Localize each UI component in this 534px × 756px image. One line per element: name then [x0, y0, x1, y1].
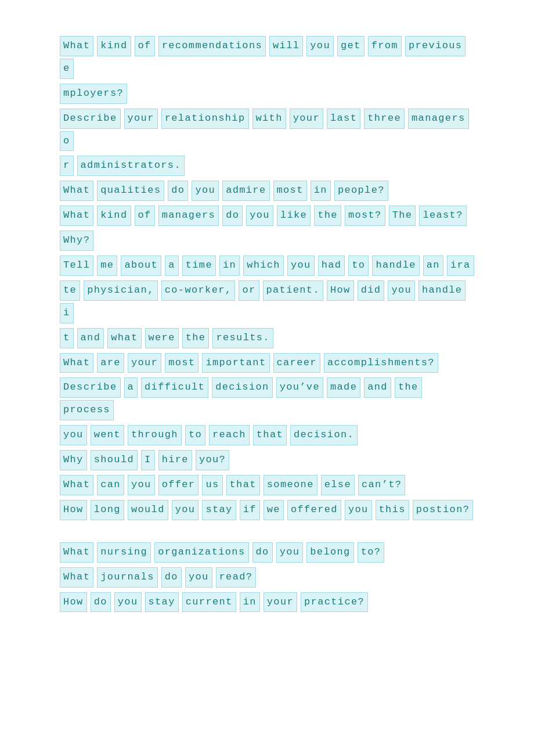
- word: were: [145, 328, 179, 348]
- word: managers: [158, 206, 219, 226]
- word: that: [253, 425, 287, 445]
- word: from: [368, 36, 402, 56]
- word: reach: [209, 425, 250, 445]
- word: you: [114, 592, 142, 613]
- word: How: [60, 592, 87, 613]
- word: a: [124, 377, 138, 398]
- question-4: Whatkindofmanagersdoyoulikethemost?Thele…: [58, 204, 476, 227]
- word: and: [77, 328, 104, 348]
- word: results.: [212, 328, 273, 348]
- word: Describe: [60, 109, 121, 129]
- word: managers: [408, 109, 469, 129]
- word: difficult: [141, 377, 208, 398]
- word: physician,: [84, 280, 158, 301]
- question-10: Howlongwouldyoustayifweofferedyouthispos…: [58, 499, 476, 521]
- word: you: [128, 475, 155, 495]
- word: relationship: [161, 109, 249, 129]
- word: that: [226, 475, 260, 495]
- word: time: [182, 255, 216, 276]
- word: like: [277, 206, 311, 226]
- word: if: [240, 500, 260, 520]
- word: would: [128, 500, 168, 520]
- word: current: [182, 592, 236, 613]
- word: patient.: [263, 280, 324, 301]
- word: admire: [222, 181, 269, 201]
- word: made: [327, 377, 360, 398]
- word: hire: [158, 450, 192, 470]
- word: are: [97, 353, 124, 373]
- word: What: [60, 36, 93, 56]
- word: you’ve: [276, 377, 323, 398]
- main-content: Whatkindofrecommendationswillyougetfromp…: [58, 35, 476, 613]
- word: journals: [97, 567, 158, 588]
- word: you: [287, 255, 315, 276]
- word: you: [276, 542, 304, 563]
- word: How: [60, 500, 87, 520]
- word: offered: [287, 500, 341, 520]
- word: te: [60, 280, 80, 301]
- question-3: Whatqualitiesdoyouadmiremostinpeople?: [58, 179, 476, 202]
- word: Tell: [60, 255, 93, 276]
- word: did: [358, 280, 385, 301]
- word: Describe: [60, 377, 121, 398]
- word: had: [318, 255, 345, 276]
- word: kind: [97, 206, 131, 226]
- word: offer: [158, 475, 199, 495]
- word: in: [219, 255, 240, 276]
- question-7: Describeadifficultdecisionyou’vemadeandt…: [58, 376, 476, 422]
- word: do: [168, 181, 188, 201]
- question-2: Describeyourrelationshipwithyourlastthre…: [58, 107, 476, 153]
- word: What: [60, 567, 93, 588]
- word: read?: [216, 567, 257, 588]
- word: you: [345, 500, 372, 520]
- word: co-worker,: [161, 280, 236, 301]
- word: practice?: [301, 592, 368, 613]
- word: i: [60, 303, 74, 323]
- word: and: [364, 377, 391, 398]
- word: what: [107, 328, 141, 348]
- word: you: [185, 567, 212, 588]
- word: mployers?: [60, 84, 127, 104]
- word: What: [60, 542, 93, 563]
- question-13: Howdoyoustaycurrentinyourpractice?: [58, 591, 476, 614]
- question-5: Tellmeaboutatimeinwhichyouhadtohandleani…: [58, 254, 476, 277]
- word: important: [202, 353, 269, 373]
- word: your: [264, 592, 297, 613]
- word: this: [376, 500, 409, 520]
- word: a: [165, 255, 179, 276]
- word: you?: [196, 450, 229, 470]
- word: handle: [372, 255, 419, 276]
- question-7-cont: youwentthroughtoreachthatdecision.: [58, 424, 476, 447]
- word: postion?: [413, 500, 474, 520]
- word: Why: [60, 450, 87, 470]
- word: long: [91, 500, 124, 520]
- word: your: [124, 109, 158, 129]
- word: do: [252, 542, 273, 563]
- word: qualities: [97, 181, 164, 201]
- word: most: [165, 353, 199, 373]
- word: How: [327, 280, 354, 301]
- question-11: Whatnursingorganizationsdoyoubelongto?: [58, 541, 476, 564]
- word: you: [172, 500, 199, 520]
- word: t: [60, 328, 74, 348]
- question-5-cont1: tephysician,co-worker,orpatient.Howdidyo…: [58, 279, 476, 325]
- word: belong: [306, 542, 353, 563]
- word: Why?: [60, 231, 93, 251]
- word: decision.: [290, 425, 358, 445]
- word: in: [240, 592, 260, 613]
- word: to: [348, 255, 369, 276]
- word: which: [243, 255, 284, 276]
- word: What: [60, 475, 93, 495]
- word: you: [246, 206, 273, 226]
- word: get: [337, 36, 365, 56]
- word: or: [239, 280, 259, 301]
- question-8: WhyshouldIhireyou?: [58, 449, 476, 471]
- word: organizations: [154, 542, 248, 563]
- question-6: Whatareyourmostimportantcareeraccomplish…: [58, 352, 476, 375]
- word: me: [97, 255, 117, 276]
- word: can: [97, 475, 124, 495]
- word: process: [60, 400, 114, 420]
- word: your: [128, 353, 161, 373]
- word: with: [252, 109, 286, 129]
- word: handle: [418, 280, 466, 301]
